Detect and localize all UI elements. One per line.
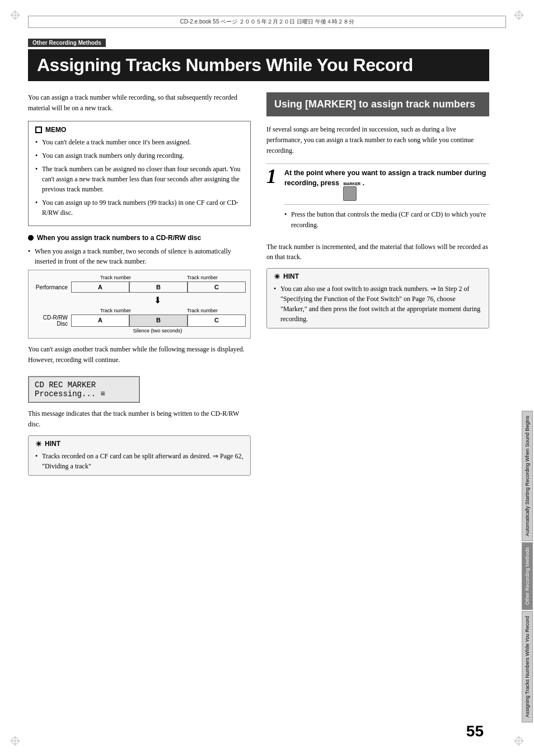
diagram-header-row1: Track number Track number xyxy=(33,275,246,280)
page-title: Assigning Tracks Numbers While You Recor… xyxy=(28,49,489,81)
diagram-cdrw-row: CD-R/RW Disc A B C xyxy=(33,314,246,327)
step-1-bullet-1: Press the button that controls the media… xyxy=(284,209,489,230)
monitor-line2: Processing... ≡ xyxy=(35,389,133,398)
intro-text: You can assign a track number while reco… xyxy=(28,92,251,113)
monitor-display: CD REC MARKER Processing... ≡ xyxy=(28,376,140,403)
hint-icon-bottom: ☀ xyxy=(35,440,42,448)
diagram-perf-label: Performance xyxy=(33,281,71,293)
diagram-track-b2: B xyxy=(129,314,188,327)
hint-label-right: HINT xyxy=(283,273,299,280)
diagram-track-a1: A xyxy=(71,281,129,293)
bullet-circle-icon xyxy=(28,235,34,241)
sidebar-tabs: Automatically Starting Recording When So… xyxy=(521,38,534,722)
step-1-number: 1 xyxy=(266,166,277,186)
marker-button-graphic xyxy=(343,186,357,201)
diagram-arrow: ⬇ xyxy=(33,295,246,306)
cdrw-heading: When you assign track numbers to a CD-R/… xyxy=(28,234,251,242)
memo-square-icon xyxy=(35,126,42,133)
step-1-period: . xyxy=(363,179,364,187)
top-bar: CD-2.e.book 55 ページ ２００５年２月２０日 日曜日 午後４時２８… xyxy=(28,16,506,28)
step-1-bullets: Press the button that controls the media… xyxy=(284,209,489,230)
hint-list-bottom: Tracks recorded on a CF card can be spli… xyxy=(35,451,243,471)
track-diagram: Track number Track number Performance A … xyxy=(28,270,251,339)
hint-icon-right: ☀ xyxy=(274,273,280,281)
step-1-result: The track number is incremented, and the… xyxy=(266,242,489,262)
right-divider xyxy=(266,163,489,164)
step-1-marker-button: MARKER xyxy=(343,181,360,201)
diagram-track-num-label2: Track number xyxy=(159,275,246,280)
monitor-desc: This message indicates that the track nu… xyxy=(28,408,251,429)
page-number: 55 xyxy=(466,722,484,740)
right-intro: If several songs are being recorded in s… xyxy=(266,124,489,156)
hint-title-bottom: ☀ HINT xyxy=(35,440,243,448)
corner-mark-bl xyxy=(10,736,20,746)
diagram-perf-tracks: A B C xyxy=(71,281,246,293)
cdrw-bullet-1: When you assign a track number, two seco… xyxy=(28,246,251,266)
sidebar-tab-2[interactable]: Assigning Tracks Numbers While You Recor… xyxy=(522,611,533,722)
diagram-track-c2: C xyxy=(188,314,246,327)
hint-label-bottom: HINT xyxy=(45,440,60,448)
memo-item-3: The track numbers can be assigned no clo… xyxy=(35,164,243,194)
step-1-content: At the point where you want to assign a … xyxy=(284,168,489,233)
col-right: Using [MARKER] to assign track numbers I… xyxy=(266,92,489,476)
memo-box: MEMO You can't delete a track number onc… xyxy=(28,121,251,226)
diagram-track-num-label4: Track number xyxy=(159,308,246,313)
memo-item-4: You can assign up to 99 track numbers (9… xyxy=(35,198,243,218)
monitor-line1: CD REC MARKER xyxy=(35,381,133,389)
main-content: Other Recording Methods Assigning Tracks… xyxy=(28,38,489,722)
two-col-layout: You can assign a track number while reco… xyxy=(28,92,489,476)
sidebar-tab-0[interactable]: Automatically Starting Recording When So… xyxy=(522,411,533,541)
cdrw-heading-text: When you assign track numbers to a CD-R/… xyxy=(37,234,201,242)
corner-mark-br xyxy=(514,736,524,746)
right-section-title: Using [MARKER] to assign track numbers xyxy=(266,92,489,116)
diagram-track-b1: B xyxy=(129,281,188,293)
memo-list: You can't delete a track number once it'… xyxy=(35,137,243,218)
top-bar-text: CD-2.e.book 55 ページ ２００５年２月２０日 日曜日 午後４時２８… xyxy=(33,18,501,26)
step-1-title-text: At the point where you want to assign a … xyxy=(284,168,489,201)
hint-list-right: You can also use a foot switch to assign… xyxy=(274,284,482,324)
section-tag: Other Recording Methods xyxy=(28,39,106,47)
memo-item-2: You can assign track numbers only during… xyxy=(35,151,243,161)
corner-mark-tl xyxy=(10,10,20,20)
corner-mark-tr xyxy=(514,10,524,20)
step-1-row: 1 At the point where you want to assign … xyxy=(266,168,489,233)
memo-label: MEMO xyxy=(45,126,66,134)
sidebar-tab-1[interactable]: Other Recording Methods xyxy=(522,542,533,610)
marker-button-label: MARKER xyxy=(343,181,360,187)
hint-title-right: ☀ HINT xyxy=(274,273,482,281)
step-1-title: At the point where you want to assign a … xyxy=(284,168,489,205)
diagram-track-num-label1: Track number xyxy=(72,275,159,280)
memo-title: MEMO xyxy=(35,126,243,134)
cannot-assign-text: You can't assign another track number wh… xyxy=(28,344,251,365)
hint-box-right: ☀ HINT You can also use a foot switch to… xyxy=(266,268,489,328)
hint-item-right-1: You can also use a foot switch to assign… xyxy=(274,284,482,324)
diagram-cdrw-tracks: A B C xyxy=(71,314,246,327)
cdrw-bullets: When you assign a track number, two seco… xyxy=(28,246,251,266)
diagram-cdrw-label: CD-R/RW Disc xyxy=(33,314,71,327)
hint-item-bottom-1: Tracks recorded on a CF card can be spli… xyxy=(35,451,243,471)
diagram-track-num-label3: Track number xyxy=(72,308,159,313)
diagram-track-a2: A xyxy=(71,314,129,327)
diagram-track-c1: C xyxy=(188,281,246,293)
col-left: You can assign a track number while reco… xyxy=(28,92,251,476)
hint-box-bottom: ☀ HINT Tracks recorded on a CF card can … xyxy=(28,435,251,476)
diagram-silence-label: Silence (two seconds) xyxy=(33,328,246,334)
memo-item-1: You can't delete a track number once it'… xyxy=(35,137,243,147)
diagram-perf-row: Performance A B C xyxy=(33,281,246,293)
diagram-header-row2: Track number Track number xyxy=(33,308,246,313)
